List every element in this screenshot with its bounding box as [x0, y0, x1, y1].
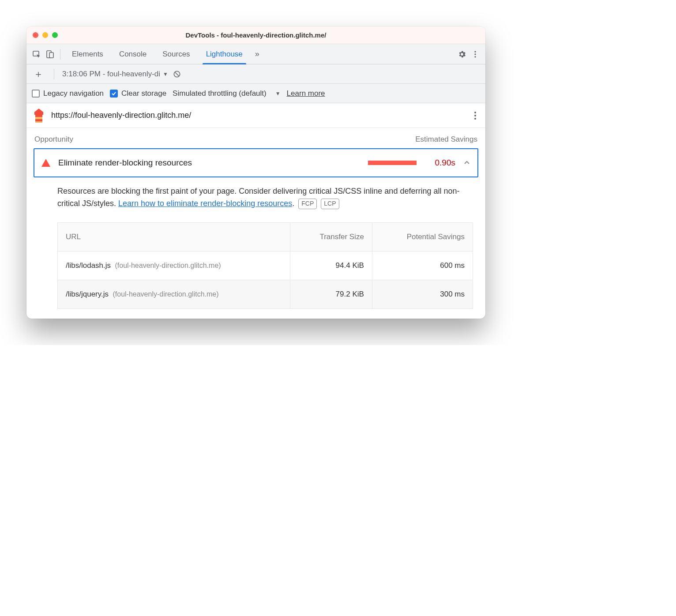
minimize-window-button[interactable] [42, 32, 48, 38]
col-savings: Potential Savings [372, 222, 473, 251]
chevron-up-icon[interactable] [463, 159, 470, 166]
resource-host: (foul-heavenly-direction.glitch.me) [115, 262, 221, 269]
opportunity-header-left: Opportunity [34, 135, 73, 144]
svg-point-5 [474, 56, 476, 57]
opportunity-title: Eliminate render-blocking resources [58, 158, 360, 168]
clear-storage-label: Clear storage [121, 89, 166, 98]
resource-path: /libs/lodash.js [66, 261, 111, 270]
svg-rect-2 [49, 53, 53, 58]
divider [54, 69, 54, 79]
divider [60, 49, 60, 60]
zoom-window-button[interactable] [52, 32, 58, 38]
lighthouse-options: Legacy navigation Clear storage Simulate… [26, 84, 485, 103]
svg-rect-10 [35, 115, 42, 117]
fail-triangle-icon [41, 159, 50, 167]
opportunity-row[interactable]: Eliminate render-blocking resources 0.90… [34, 148, 478, 177]
savings-bar [368, 161, 417, 165]
lighthouse-subbar: ＋ 3:18:06 PM - foul-heavenly-di ▼ [26, 64, 485, 84]
checkbox-unchecked-icon [32, 90, 40, 98]
resource-host: (foul-heavenly-direction.glitch.me) [113, 290, 218, 298]
savings-value: 0.90s [424, 158, 455, 168]
main-tabbar: Elements Console Sources Lighthouse » [26, 44, 485, 64]
description-link[interactable]: Learn how to eliminate render-blocking r… [118, 199, 292, 208]
legacy-navigation-option[interactable]: Legacy navigation [32, 89, 104, 98]
report-url: https://foul-heavenly-direction.glitch.m… [51, 111, 465, 120]
opportunity-description: Resources are blocking the first paint o… [26, 177, 485, 210]
checkbox-checked-icon [110, 90, 118, 98]
svg-rect-11 [35, 119, 42, 121]
throttling-label: Simulated throttling (default) [173, 89, 267, 98]
lighthouse-logo-icon [33, 109, 45, 123]
caret-down-icon[interactable]: ▼ [275, 90, 281, 97]
close-window-button[interactable] [33, 32, 38, 38]
resources-table: URL Transfer Size Potential Savings /lib… [57, 222, 473, 309]
col-url: URL [58, 222, 290, 251]
titlebar: DevTools - foul-heavenly-direction.glitc… [26, 26, 485, 44]
description-period: . [292, 199, 294, 208]
table-row: /libs/jquery.js (foul-heavenly-direction… [58, 280, 473, 308]
tab-elements[interactable]: Elements [64, 44, 111, 64]
new-report-button[interactable]: ＋ [31, 68, 46, 81]
svg-point-14 [474, 118, 476, 120]
svg-marker-8 [34, 109, 43, 115]
kebab-menu-icon[interactable] [469, 48, 482, 61]
devtools-window: DevTools - foul-heavenly-direction.glitc… [26, 26, 485, 319]
resource-savings: 600 ms [372, 251, 473, 280]
report-selector-label: 3:18:06 PM - foul-heavenly-di [62, 70, 160, 79]
settings-gear-icon[interactable] [455, 48, 469, 61]
inspect-element-icon[interactable] [30, 48, 43, 61]
svg-marker-15 [41, 159, 50, 167]
badge-lcp: LCP [321, 199, 339, 209]
report-selector[interactable]: 3:18:06 PM - foul-heavenly-di ▼ [62, 70, 168, 79]
svg-point-4 [474, 53, 476, 55]
traffic-lights [26, 32, 58, 38]
svg-point-13 [474, 115, 476, 116]
resource-size: 79.2 KiB [290, 280, 372, 308]
throttling-selector[interactable]: Simulated throttling (default) [173, 89, 267, 98]
opportunity-header: Opportunity Estimated Savings [26, 128, 485, 148]
badge-fcp: FCP [298, 199, 317, 209]
resource-size: 94.4 KiB [290, 251, 372, 280]
device-toolbar-icon[interactable] [43, 48, 56, 61]
clear-storage-option[interactable]: Clear storage [110, 89, 166, 98]
report-menu-icon[interactable] [471, 111, 479, 120]
resource-savings: 300 ms [372, 280, 473, 308]
learn-more-link[interactable]: Learn more [287, 89, 325, 98]
legacy-navigation-label: Legacy navigation [43, 89, 104, 98]
tab-sources[interactable]: Sources [154, 44, 198, 64]
tab-console[interactable]: Console [111, 44, 154, 64]
table-row: /libs/lodash.js (foul-heavenly-direction… [58, 251, 473, 280]
window-title: DevTools - foul-heavenly-direction.glitc… [26, 31, 485, 39]
col-size: Transfer Size [290, 222, 372, 251]
svg-line-7 [175, 72, 179, 76]
more-tabs-icon[interactable]: » [251, 48, 264, 61]
svg-point-3 [474, 51, 476, 52]
caret-down-icon: ▼ [163, 71, 168, 77]
panel-tabs: Elements Console Sources Lighthouse » [64, 44, 264, 64]
resource-path: /libs/jquery.js [66, 290, 109, 298]
clear-report-icon[interactable] [173, 70, 181, 79]
opportunity-header-right: Estimated Savings [415, 135, 477, 144]
report-urlbar: https://foul-heavenly-direction.glitch.m… [26, 103, 485, 128]
tab-lighthouse[interactable]: Lighthouse [198, 44, 251, 64]
svg-point-12 [474, 112, 476, 113]
